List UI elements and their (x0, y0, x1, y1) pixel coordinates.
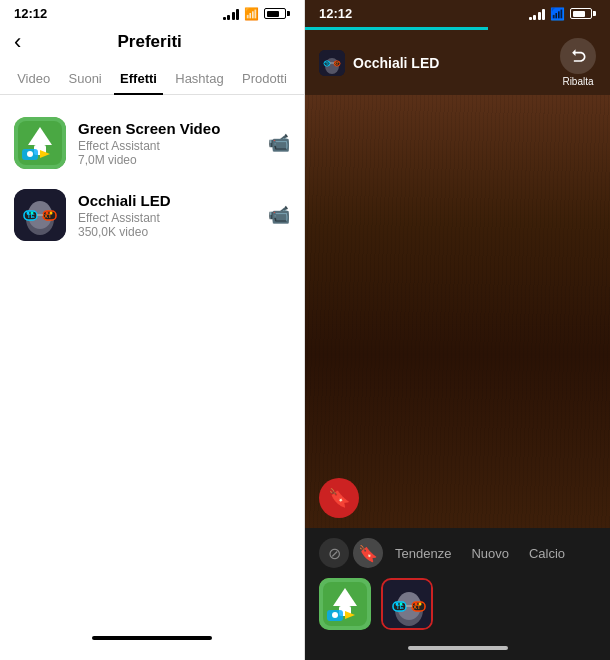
effect-name: Occhiali LED (78, 192, 268, 209)
video-camera-icon: 📹 (268, 204, 290, 226)
effect-count: 7,0M video (78, 153, 268, 167)
filter-tabs: ⊘ 🔖 Tendenze Nuovo Calcio (319, 538, 596, 568)
time-left: 12:12 (14, 6, 47, 21)
bottom-bar-left (0, 626, 304, 660)
blocked-filter-tab[interactable]: ⊘ (319, 538, 349, 568)
battery-icon (264, 8, 290, 19)
svg-text:TE: TE (27, 213, 35, 219)
tab-effetti[interactable]: Effetti (114, 63, 163, 94)
flip-icon (560, 38, 596, 74)
camera-header: TE XT Occhiali LED Ribalta (305, 30, 610, 95)
tab-prodotti[interactable]: Prodotti (236, 63, 293, 94)
svg-text:TE: TE (396, 604, 404, 610)
svg-text:XT: XT (44, 213, 52, 219)
camera-body: 🔖 (305, 95, 610, 528)
effect-label-text: Occhiali LED (353, 55, 439, 71)
occhiali-icon: TE XT (14, 189, 66, 241)
home-indicator (92, 636, 212, 640)
green-screen-icon (14, 117, 66, 169)
effect-name: Green Screen Video (78, 120, 268, 137)
video-camera-icon: 📹 (268, 132, 290, 154)
svg-text:TE: TE (325, 62, 330, 66)
svg-point-5 (27, 151, 33, 157)
nuovo-filter-tab[interactable]: Nuovo (463, 542, 517, 565)
effect-sub: Effect Assistant (78, 139, 268, 153)
tab-suoni[interactable]: Suoni (63, 63, 108, 94)
occhiali-thumbnail[interactable]: TE XT (381, 578, 433, 630)
time-right: 12:12 (319, 6, 352, 21)
effects-list: Green Screen Video Effect Assistant 7,0M… (0, 99, 304, 626)
signal-icon-right (529, 8, 546, 20)
status-icons-right: 📶 (529, 7, 597, 21)
effect-info: Occhiali LED Effect Assistant 350,0K vid… (78, 192, 268, 239)
bookmarked-filter-tab[interactable]: 🔖 (353, 538, 383, 568)
effect-count: 350,0K video (78, 225, 268, 239)
effect-sub: Effect Assistant (78, 211, 268, 225)
page-title: Preferiti (31, 32, 268, 52)
tabs-bar: Video Suoni Effetti Hashtag Prodotti (0, 63, 304, 95)
calcio-filter-tab[interactable]: Calcio (521, 542, 573, 565)
tab-hashtag[interactable]: Hashtag (169, 63, 229, 94)
wifi-icon-right: 📶 (550, 7, 565, 21)
green-screen-thumbnail[interactable] (319, 578, 371, 630)
signal-icon (223, 8, 240, 20)
back-button[interactable]: ‹ (14, 31, 21, 53)
list-item[interactable]: TE XT Occhiali LED Effect Assistant 350,… (0, 179, 304, 251)
effects-thumbnails: TE XT (319, 578, 596, 630)
home-indicator-right (408, 646, 508, 650)
wifi-icon: 📶 (244, 7, 259, 21)
right-panel: 12:12 📶 (305, 0, 610, 660)
left-panel: 12:12 📶 ‹ Preferiti Video Suoni Effetti (0, 0, 305, 660)
svg-point-31 (332, 612, 338, 618)
bookmark-float-button[interactable]: 🔖 (319, 478, 359, 518)
header-left: ‹ Preferiti (0, 27, 304, 63)
status-bar-left: 12:12 📶 (0, 0, 304, 27)
list-item[interactable]: Green Screen Video Effect Assistant 7,0M… (0, 107, 304, 179)
effect-info: Green Screen Video Effect Assistant 7,0M… (78, 120, 268, 167)
status-bar-right: 12:12 📶 (305, 0, 610, 27)
flip-button[interactable]: Ribalta (560, 38, 596, 87)
bottom-bar-right (319, 638, 596, 654)
battery-icon-right (570, 8, 596, 19)
svg-text:XT: XT (413, 604, 421, 610)
effect-label-icon: TE XT (319, 50, 345, 76)
effect-label: TE XT Occhiali LED (319, 50, 439, 76)
status-icons-left: 📶 (223, 7, 291, 21)
tendenze-filter-tab[interactable]: Tendenze (387, 542, 459, 565)
bottom-filter-bar: ⊘ 🔖 Tendenze Nuovo Calcio (305, 528, 610, 660)
flip-label: Ribalta (562, 76, 593, 87)
tab-video[interactable]: Video (11, 63, 56, 94)
